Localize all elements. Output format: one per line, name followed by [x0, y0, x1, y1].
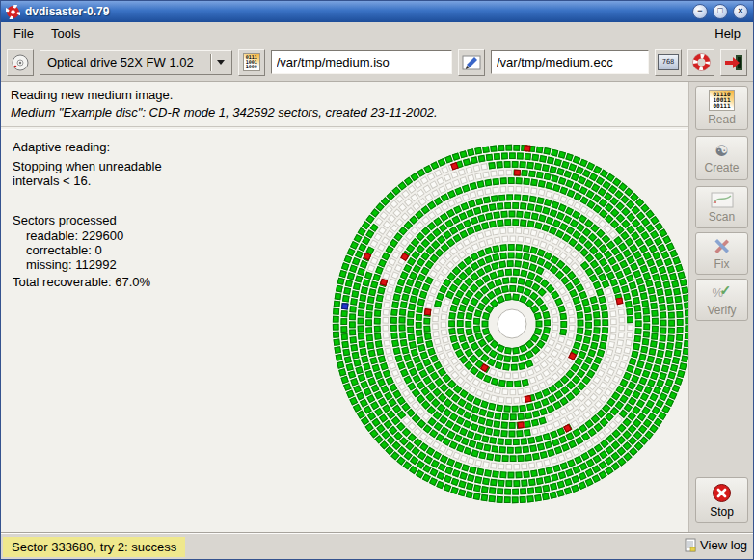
maximize-button[interactable]: □ [713, 4, 728, 19]
status-line-medium-info: Medium "Example disc": CD-R mode 1, 3425… [11, 105, 438, 120]
close-button[interactable]: × [733, 4, 748, 19]
minimize-button[interactable]: − [692, 4, 708, 19]
drive-select-button[interactable] [7, 49, 34, 76]
stop-icon [712, 483, 732, 503]
read-button[interactable]: 01110 10011 00111 Read [695, 86, 748, 130]
combo-separator [210, 54, 211, 71]
status-line-primary: Reading new medium image. [11, 88, 173, 102]
chevron-down-icon [217, 60, 225, 65]
stopping-condition-line2: intervals < 16. [13, 173, 91, 188]
iso-path-input[interactable] [271, 50, 452, 74]
read-button-label: Read [708, 113, 736, 126]
scan-button-label: Scan [709, 210, 735, 224]
statusbar: Sector 333680, try 2: success View log [1, 533, 753, 559]
sectors-correctable-value: correctable: 0 [26, 243, 102, 257]
quit-button[interactable] [720, 49, 747, 76]
ecc-path-input[interactable] [491, 50, 649, 74]
ecc-file-icon [462, 55, 481, 70]
main-panel: Reading new medium image. Medium "Exampl… [1, 82, 689, 533]
medium-spiral-visualization [314, 126, 689, 521]
sectors-readable-value: readable: 229600 [26, 228, 123, 243]
window-title: dvdisaster-0.79 [25, 5, 687, 18]
toolbar: Optical drive 52X FW 1.02 0111 1001 1000 [1, 43, 753, 82]
drive-combo-value: Optical drive 52X FW 1.02 [47, 55, 194, 69]
preferences-icon: 768 [658, 54, 679, 70]
exit-arrow-icon [724, 54, 743, 71]
menubar: File Tools Help [1, 22, 753, 43]
ecc-file-button[interactable] [458, 49, 485, 76]
drive-combo[interactable]: Optical drive 52X FW 1.02 [40, 50, 232, 75]
app-window: dvdisaster-0.79 − □ × File Tools Help Op… [0, 0, 754, 560]
fix-button-label: Fix [714, 257, 730, 271]
fix-button[interactable]: Fix [695, 232, 748, 275]
total-recoverable-value: Total recoverable: 67.0% [13, 275, 150, 289]
status-message: Sector 333680, try 2: success [3, 537, 185, 557]
adaptive-reading-title: Adaptive reading: [13, 140, 110, 154]
sectors-missing-value: missing: 112992 [26, 257, 117, 272]
menu-file[interactable]: File [5, 24, 42, 42]
create-icon: ☯ [714, 143, 728, 159]
menu-help[interactable]: Help [706, 24, 749, 42]
help-button[interactable] [687, 49, 714, 76]
titlebar[interactable]: dvdisaster-0.79 − □ × [1, 1, 753, 22]
stop-button-label: Stop [710, 505, 734, 519]
scan-icon [711, 192, 734, 208]
iso-file-button[interactable]: 0111 1001 1000 [238, 49, 265, 76]
stop-button[interactable]: Stop [695, 477, 748, 523]
lifesaver-icon [692, 53, 711, 71]
log-file-icon [685, 538, 696, 552]
action-sidebar: 01110 10011 00111 Read ☯ Create Scan [689, 82, 754, 533]
create-button[interactable]: ☯ Create [695, 136, 748, 180]
fix-tools-icon [712, 237, 732, 255]
scan-button[interactable]: Scan [695, 186, 748, 228]
verify-icon: % ✓ [712, 283, 733, 302]
drive-icon [11, 53, 30, 72]
view-log-button[interactable]: View log [685, 538, 747, 552]
create-button-label: Create [704, 161, 739, 174]
verify-button[interactable]: % ✓ Verify [695, 279, 748, 321]
preferences-button[interactable]: 768 [655, 49, 682, 76]
menu-tools[interactable]: Tools [42, 24, 89, 42]
read-icon: 01110 10011 00111 [709, 90, 734, 111]
sectors-processed-title: Sectors processed [13, 213, 117, 227]
view-log-label: View log [700, 538, 747, 552]
image-file-icon: 0111 1001 1000 [243, 53, 260, 71]
verify-button-label: Verify [707, 304, 736, 317]
app-icon [6, 5, 20, 19]
stopping-condition-line1: Stopping when unreadable [13, 159, 162, 173]
